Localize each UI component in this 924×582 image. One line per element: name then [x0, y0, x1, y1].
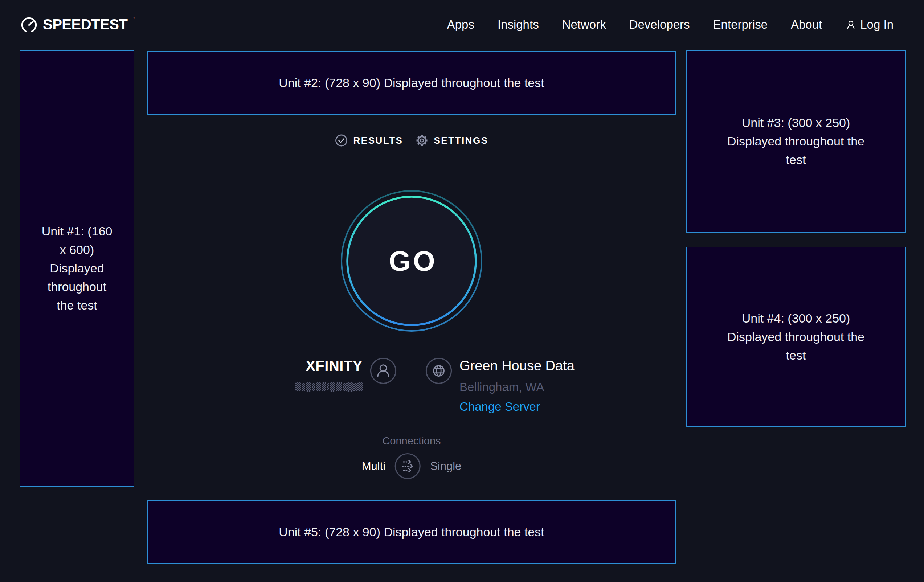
redacted-ip [295, 382, 363, 391]
isp-user-icon [370, 358, 397, 384]
go-button[interactable]: GO [339, 188, 484, 333]
go-label: GO [339, 188, 484, 333]
connections-block: Connections Multi Single [362, 434, 462, 479]
ad-text: Unit #4: (300 x 250) Displayed throughou… [726, 309, 865, 364]
tab-results[interactable]: RESULTS [335, 134, 403, 147]
server-block: Green House Data Bellingham, WA Change S… [425, 358, 574, 414]
server-name: Green House Data [459, 358, 574, 374]
gear-icon [415, 134, 428, 147]
ad-unit-3: Unit #3: (300 x 250) Displayed throughou… [686, 50, 906, 232]
connections-toggle-icon[interactable] [394, 453, 421, 479]
isp-block: XFINITY [295, 358, 397, 391]
tab-results-label: RESULTS [353, 135, 403, 146]
nav-item-about[interactable]: About [791, 18, 822, 31]
user-icon [845, 19, 856, 30]
ad-text: Unit #3: (300 x 250) Displayed throughou… [726, 114, 865, 169]
nav-item-enterprise[interactable]: Enterprise [713, 18, 767, 31]
tab-settings-label: SETTINGS [434, 135, 488, 146]
change-server-link[interactable]: Change Server [459, 399, 540, 414]
login-label: Log In [860, 18, 894, 31]
main-panel: RESULTS [147, 0, 676, 582]
speedtest-gauge-icon [20, 16, 38, 34]
tab-settings[interactable]: SETTINGS [415, 134, 488, 147]
speedtest-page: SPEEDTEST ’ Apps Insights Network Develo… [0, 0, 924, 582]
connections-single-option[interactable]: Single [430, 460, 461, 473]
ad-text: Unit #1: (160 x 600) Displayed throughou… [38, 222, 116, 315]
logo[interactable]: SPEEDTEST ’ [20, 16, 135, 34]
connections-label: Connections [382, 434, 441, 447]
login-button[interactable]: Log In [845, 18, 894, 31]
server-location: Bellingham, WA [459, 380, 574, 394]
globe-icon [425, 358, 452, 384]
ad-unit-4: Unit #4: (300 x 250) Displayed throughou… [686, 247, 906, 427]
logo-text: SPEEDTEST [43, 16, 127, 33]
check-circle-icon [335, 134, 348, 147]
connections-multi-option[interactable]: Multi [362, 460, 385, 473]
isp-name: XFINITY [305, 358, 363, 374]
tab-bar: RESULTS [335, 134, 488, 147]
ad-unit-1: Unit #1: (160 x 600) Displayed throughou… [20, 50, 134, 486]
logo-trademark: ’ [133, 16, 135, 23]
